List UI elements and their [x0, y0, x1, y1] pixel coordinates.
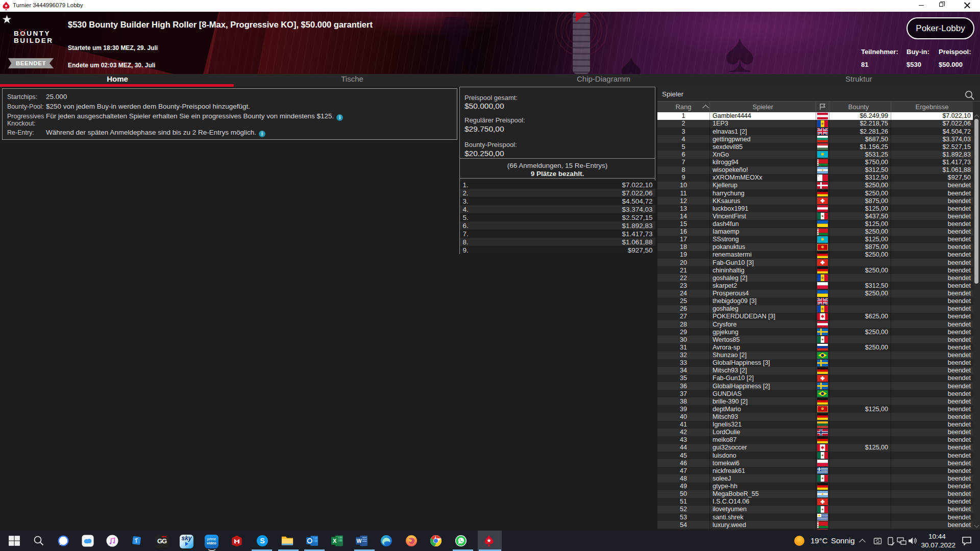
svg-text:W: W	[356, 538, 361, 544]
svg-text:X: X	[333, 538, 337, 544]
svg-text:S: S	[260, 537, 265, 545]
